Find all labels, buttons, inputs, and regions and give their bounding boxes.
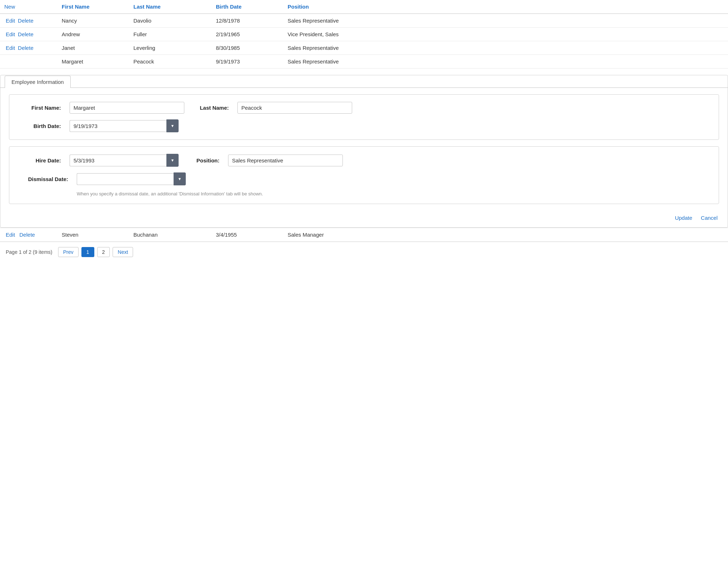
dismissal-date-row: Dismissal Date: ▼ (18, 172, 710, 185)
page-1-button[interactable]: 1 (81, 247, 94, 257)
edit-1-button[interactable]: Edit (4, 18, 16, 24)
birth-date-label: Birth Date: (18, 123, 61, 129)
name-row: First Name: Last Name: (18, 102, 710, 114)
hire-date-row: Hire Date: ▼ Position: (18, 154, 710, 167)
firstname-4: Margaret (57, 55, 129, 68)
birthdate-1: 12/8/1978 (212, 14, 283, 28)
update-button[interactable]: Update (673, 215, 694, 221)
table-row-2: EditDeleteAndrewFuller2/19/1965Vice Pres… (0, 28, 728, 41)
position-3: Sales Representative (283, 41, 728, 55)
delete-3-button[interactable]: Delete (16, 45, 35, 51)
delete-1-button[interactable]: Delete (16, 18, 35, 24)
first-name-input[interactable] (70, 102, 184, 114)
col-header-position: Position (283, 0, 728, 14)
table-row-buchanan: Edit Delete Steven Buchanan 3/4/1955 Sal… (0, 228, 728, 242)
table-row-4: MargaretPeacock9/19/1973Sales Representa… (0, 55, 728, 68)
actions-2: EditDelete (0, 28, 57, 41)
name-panel: First Name: Last Name: Birth Date: ▼ (9, 94, 719, 140)
next-button[interactable]: Next (113, 247, 133, 257)
lastname-4: Peacock (129, 55, 212, 68)
prev-button[interactable]: Prev (58, 247, 79, 257)
col-header-firstname: First Name (57, 0, 129, 14)
employee-table: New First Name Last Name Birth Date Posi… (0, 0, 728, 68)
position-1: Sales Representative (283, 14, 728, 28)
cancel-button[interactable]: Cancel (699, 215, 719, 221)
last-name-label: Last Name: (193, 105, 229, 111)
dismissal-date-dropdown-button[interactable]: ▼ (174, 172, 186, 185)
edit-2-button[interactable]: Edit (4, 31, 16, 37)
delete-2-button[interactable]: Delete (16, 31, 35, 37)
birthdate-3: 8/30/1985 (212, 41, 283, 55)
birthdate-4: 9/19/1973 (212, 55, 283, 68)
action-row: Update Cancel (0, 210, 728, 227)
actions-1: EditDelete (0, 14, 57, 28)
buchanan-birthdate: 3/4/1955 (212, 228, 283, 242)
lastname-3: Leverling (129, 41, 212, 55)
dismissal-date-input[interactable] (77, 173, 174, 185)
table-row-1: EditDeleteNancyDavolio12/8/1978Sales Rep… (0, 14, 728, 28)
tab-employee-information[interactable]: Employee Information (5, 76, 71, 88)
position-2: Vice President, Sales (283, 28, 728, 41)
buchanan-actions: Edit Delete (0, 228, 57, 242)
birth-date-wrapper: ▼ (70, 119, 179, 132)
lastname-1: Davolio (129, 14, 212, 28)
hire-date-wrapper: ▼ (70, 154, 179, 167)
birth-date-row: Birth Date: ▼ (18, 119, 710, 132)
firstname-1: Nancy (57, 14, 129, 28)
hire-date-dropdown-button[interactable]: ▼ (166, 154, 179, 167)
page-2-button[interactable]: 2 (97, 247, 110, 257)
dismissal-hint: When you specify a dismissal date, an ad… (18, 191, 710, 196)
hire-date-label: Hire Date: (18, 157, 61, 163)
buchanan-position: Sales Manager (283, 228, 728, 242)
buchanan-firstname: Steven (57, 228, 129, 242)
position-4: Sales Representative (283, 55, 728, 68)
firstname-3: Janet (57, 41, 129, 55)
birthdate-2: 2/19/1965 (212, 28, 283, 41)
col-header-birthdate: Birth Date (212, 0, 283, 14)
edit-buchanan-button[interactable]: Edit (4, 232, 16, 238)
lastname-2: Fuller (129, 28, 212, 41)
position-label: Position: (187, 157, 219, 163)
employee-info-section: Employee Information First Name: Last Na… (0, 75, 728, 228)
col-header-new[interactable]: New (0, 0, 57, 14)
buchanan-lastname: Buchanan (129, 228, 212, 242)
employment-panel: Hire Date: ▼ Position: Dismissal Date: ▼… (9, 146, 719, 204)
tab-bar: Employee Information (0, 75, 728, 88)
dismissal-date-wrapper: ▼ (77, 172, 186, 185)
actions-3: EditDelete (0, 41, 57, 55)
col-header-lastname: Last Name (129, 0, 212, 14)
birth-date-dropdown-button[interactable]: ▼ (166, 119, 179, 132)
dismissal-date-label: Dismissal Date: (18, 176, 68, 182)
pagination: Page 1 of 2 (9 items) Prev 1 2 Next (0, 242, 728, 262)
bottom-employee-table: Edit Delete Steven Buchanan 3/4/1955 Sal… (0, 228, 728, 242)
table-row-3: EditDeleteJanetLeverling8/30/1985Sales R… (0, 41, 728, 55)
actions-4 (0, 55, 57, 68)
hire-date-input[interactable] (70, 155, 166, 166)
page-info: Page 1 of 2 (9 items) (6, 249, 52, 255)
firstname-2: Andrew (57, 28, 129, 41)
first-name-label: First Name: (18, 105, 61, 111)
birth-date-input[interactable] (70, 120, 166, 132)
position-input[interactable] (228, 155, 343, 166)
last-name-input[interactable] (237, 102, 352, 114)
edit-3-button[interactable]: Edit (4, 45, 16, 51)
delete-buchanan-button[interactable]: Delete (18, 232, 36, 238)
